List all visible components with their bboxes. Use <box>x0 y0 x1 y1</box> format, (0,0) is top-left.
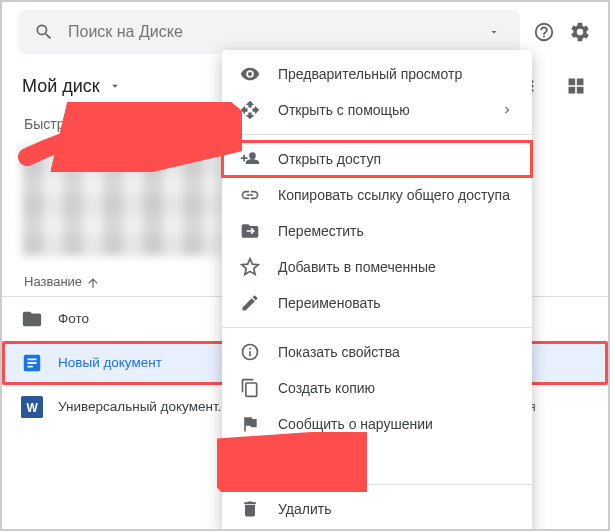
menu-preview[interactable]: Предварительный просмотр <box>222 56 532 92</box>
menu-label: Добавить в помеченные <box>278 259 436 275</box>
copy-icon <box>240 378 260 398</box>
word-icon: W <box>20 395 44 419</box>
help-icon[interactable] <box>532 20 556 44</box>
star-icon <box>240 257 260 277</box>
menu-label: Удалить <box>278 501 331 517</box>
menu-label: Открыть с помощью <box>278 102 410 118</box>
context-menu: Предварительный просмотр Открыть с помощ… <box>222 50 532 531</box>
pencil-icon <box>240 293 260 313</box>
menu-separator <box>222 484 532 485</box>
search-bar[interactable] <box>18 10 520 54</box>
menu-label: Сообщить о нарушении <box>278 416 433 432</box>
menu-delete[interactable]: Удалить <box>222 491 532 527</box>
drive-title[interactable]: Мой диск <box>22 76 100 97</box>
download-icon <box>240 450 260 470</box>
grid-view-icon[interactable] <box>564 74 588 98</box>
dropdown-icon[interactable] <box>482 20 506 44</box>
menu-report[interactable]: Сообщить о нарушении <box>222 406 532 442</box>
col-name-label: Название <box>24 274 82 289</box>
chevron-right-icon <box>500 103 514 117</box>
menu-copy-link[interactable]: Копировать ссылку общего доступа <box>222 177 532 213</box>
menu-label: Создать копию <box>278 380 375 396</box>
flag-icon <box>240 414 260 434</box>
trash-icon <box>240 499 260 519</box>
move-arrows-icon <box>240 100 260 120</box>
folder-icon <box>20 307 44 331</box>
menu-label: Переименовать <box>278 295 381 311</box>
menu-share[interactable]: Открыть доступ <box>222 141 532 177</box>
gear-icon[interactable] <box>568 20 592 44</box>
person-add-icon <box>240 149 260 169</box>
menu-label: Открыть доступ <box>278 151 381 167</box>
menu-make-copy[interactable]: Создать копию <box>222 370 532 406</box>
menu-move[interactable]: Переместить <box>222 213 532 249</box>
gdoc-icon <box>20 351 44 375</box>
menu-label: Копировать ссылку общего доступа <box>278 187 510 203</box>
quick-access-thumbnail[interactable] <box>22 146 222 256</box>
menu-separator <box>222 327 532 328</box>
menu-label: Переместить <box>278 223 364 239</box>
menu-download[interactable]: Скачать <box>222 442 532 478</box>
eye-icon <box>240 64 260 84</box>
menu-label: Предварительный просмотр <box>278 66 462 82</box>
menu-open-with[interactable]: Открыть с помощью <box>222 92 532 128</box>
svg-text:W: W <box>26 400 38 414</box>
search-icon <box>32 20 56 44</box>
menu-star[interactable]: Добавить в помеченные <box>222 249 532 285</box>
menu-details[interactable]: Показать свойства <box>222 334 532 370</box>
menu-rename[interactable]: Переименовать <box>222 285 532 321</box>
link-icon <box>240 185 260 205</box>
info-icon <box>240 342 260 362</box>
search-input[interactable] <box>68 23 470 41</box>
menu-label: Показать свойства <box>278 344 400 360</box>
menu-separator <box>222 134 532 135</box>
chevron-down-icon[interactable] <box>108 79 122 93</box>
folder-move-icon <box>240 221 260 241</box>
menu-label: Скачать <box>278 452 331 468</box>
